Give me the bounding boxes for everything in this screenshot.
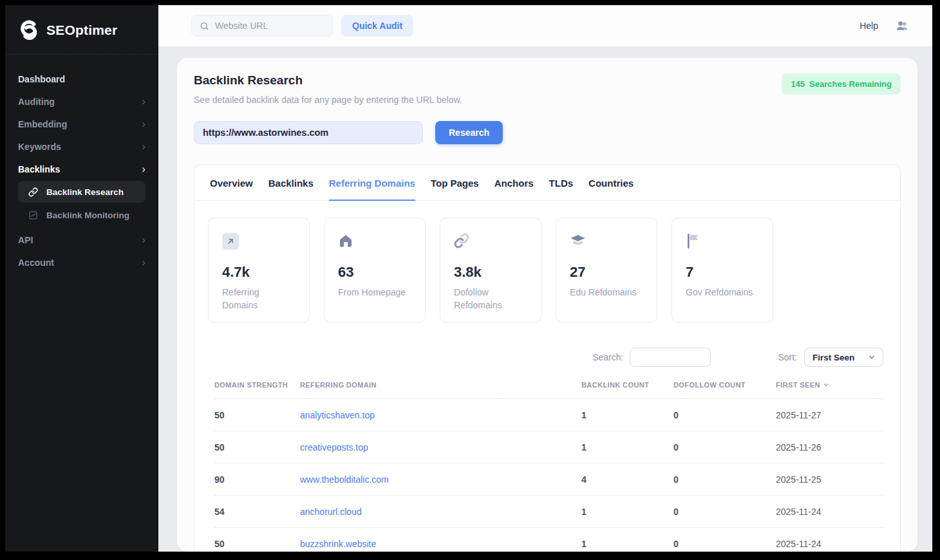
research-button[interactable]: Research bbox=[435, 121, 503, 144]
search-icon bbox=[200, 21, 209, 31]
chart-icon bbox=[28, 210, 38, 220]
chevron-right-icon: › bbox=[142, 163, 146, 174]
main-area: Quick Audit Help Backlink Rese bbox=[158, 5, 932, 552]
referring-domain-link[interactable]: anchorurl.cloud bbox=[300, 507, 362, 517]
help-link[interactable]: Help bbox=[860, 21, 878, 31]
tab-anchors[interactable]: Anchors bbox=[494, 165, 534, 200]
research-url-input[interactable] bbox=[194, 121, 423, 144]
users-icon[interactable] bbox=[895, 20, 909, 32]
table-row: 90 www.thebolditalic.com 4 0 2025-11-25 bbox=[214, 463, 884, 496]
sidebar-item-keywords[interactable]: Keywords › bbox=[5, 135, 158, 158]
col-dofollow-count: DOFOLLOW COUNT bbox=[673, 381, 776, 389]
stat-card-dofollow: 3.8k Dofollow Refdomains bbox=[440, 218, 541, 322]
dofollow-count-cell: 0 bbox=[673, 539, 776, 549]
sidebar-nav: Dashboard Auditing › Embedding › Keyword… bbox=[5, 55, 158, 274]
link-icon bbox=[454, 233, 469, 248]
sidebar-item-label: Auditing bbox=[18, 97, 55, 107]
tab-bar: Overview Backlinks Referring Domains Top… bbox=[194, 165, 900, 201]
table-row: 50 buzzshrink.website 1 0 2025-11-24 bbox=[214, 528, 884, 552]
tab-backlinks[interactable]: Backlinks bbox=[268, 165, 314, 200]
dofollow-count-cell: 0 bbox=[673, 474, 776, 485]
stat-cards: 4.7k Referring Domains 63 From Homepage bbox=[208, 218, 887, 322]
tab-top-pages[interactable]: Top Pages bbox=[431, 165, 479, 200]
sidebar-item-label: API bbox=[18, 235, 33, 245]
tab-countries[interactable]: Countries bbox=[588, 165, 634, 200]
tab-tlds[interactable]: TLDs bbox=[549, 165, 574, 200]
referring-domains-table: DOMAIN STRENGTH REFERRING DOMAIN BACKLIN… bbox=[214, 381, 884, 552]
referring-domain-link[interactable]: www.thebolditalic.com bbox=[300, 474, 389, 485]
table-search-input[interactable] bbox=[630, 348, 711, 367]
topbar-right: Help bbox=[860, 20, 919, 32]
backlink-count-cell: 1 bbox=[581, 507, 673, 517]
table-header-row: DOMAIN STRENGTH REFERRING DOMAIN BACKLIN… bbox=[214, 381, 884, 399]
stat-label: From Homepage bbox=[338, 286, 409, 299]
website-url-search[interactable] bbox=[191, 15, 333, 37]
sidebar-item-api[interactable]: API › bbox=[5, 229, 158, 251]
referring-domain-link[interactable]: analyticshaven.top bbox=[300, 410, 375, 420]
sort-group: Sort: First Seen bbox=[778, 348, 883, 367]
table-controls: Search: Sort: First Seen bbox=[194, 348, 883, 367]
domain-strength-cell: 50 bbox=[214, 539, 300, 549]
tab-referring-domains[interactable]: Referring Domains bbox=[329, 165, 415, 200]
table-row: 50 creativeposts.top 1 0 2025-11-26 bbox=[214, 431, 884, 463]
sidebar-item-label: Account bbox=[18, 257, 54, 268]
stat-card-referring-domains: 4.7k Referring Domains bbox=[208, 218, 310, 322]
col-referring-domain: REFERRING DOMAIN bbox=[300, 381, 581, 389]
sidebar-item-label: Backlink Monitoring bbox=[46, 210, 129, 220]
col-first-seen[interactable]: FIRST SEEN bbox=[776, 381, 884, 389]
stat-label: Gov Refdomains bbox=[686, 286, 757, 299]
home-icon bbox=[338, 233, 353, 248]
sort-select[interactable]: First Seen bbox=[804, 348, 883, 367]
domain-strength-cell: 90 bbox=[214, 474, 300, 485]
chevron-right-icon: › bbox=[142, 96, 146, 107]
sidebar-item-auditing[interactable]: Auditing › bbox=[5, 90, 158, 113]
first-seen-cell: 2025-11-27 bbox=[776, 410, 884, 420]
referring-domain-link[interactable]: buzzshrink.website bbox=[300, 539, 376, 549]
chevron-right-icon: › bbox=[142, 257, 146, 268]
page-subtitle: See detailed backlink data for any page … bbox=[194, 95, 462, 105]
url-research-row: Research bbox=[194, 121, 901, 144]
first-seen-cell: 2025-11-24 bbox=[776, 539, 884, 549]
referring-domain-link[interactable]: creativeposts.top bbox=[300, 442, 368, 453]
searches-remaining-label: Searches Remaining bbox=[809, 79, 892, 89]
sidebar-item-label: Dashboard bbox=[18, 74, 65, 84]
topbar: Quick Audit Help bbox=[158, 5, 932, 46]
sidebar-item-backlink-research[interactable]: Backlink Research bbox=[18, 181, 146, 203]
chevron-right-icon: › bbox=[142, 118, 146, 129]
stat-card-edu: 27 Edu Refdomains bbox=[556, 218, 657, 322]
sidebar-item-label: Backlinks bbox=[18, 164, 60, 174]
quick-audit-button[interactable]: Quick Audit bbox=[341, 15, 413, 37]
stat-label: Edu Refdomains bbox=[570, 286, 641, 299]
sidebar-item-backlink-monitoring[interactable]: Backlink Monitoring bbox=[5, 204, 158, 226]
brand-logo[interactable]: SEOptimer bbox=[5, 14, 158, 54]
sort-selected-value: First Seen bbox=[813, 353, 854, 362]
table-row: 54 anchorurl.cloud 1 0 2025-11-24 bbox=[214, 496, 884, 528]
sidebar: SEOptimer Dashboard Auditing › Embedding… bbox=[5, 5, 158, 552]
sidebar-item-account[interactable]: Account › bbox=[5, 251, 158, 274]
brand-name: SEOptimer bbox=[46, 23, 117, 38]
page-card: Backlink Research See detailed backlink … bbox=[177, 58, 917, 552]
first-seen-cell: 2025-11-26 bbox=[776, 442, 884, 453]
sidebar-item-backlinks[interactable]: Backlinks › bbox=[5, 158, 158, 180]
chevron-down-icon bbox=[868, 353, 876, 361]
domain-strength-cell: 54 bbox=[214, 507, 300, 517]
stat-card-from-homepage: 63 From Homepage bbox=[324, 218, 426, 322]
table-row: 50 analyticshaven.top 1 0 2025-11-27 bbox=[214, 399, 884, 431]
searches-remaining-count: 145 bbox=[791, 79, 805, 89]
flag-icon bbox=[686, 233, 700, 249]
dofollow-count-cell: 0 bbox=[673, 442, 776, 453]
website-url-input[interactable] bbox=[215, 21, 324, 31]
sidebar-item-embedding[interactable]: Embedding › bbox=[5, 113, 158, 135]
page-header: Backlink Research See detailed backlink … bbox=[194, 73, 901, 105]
app-window: SEOptimer Dashboard Auditing › Embedding… bbox=[5, 5, 932, 552]
sidebar-item-dashboard[interactable]: Dashboard bbox=[5, 68, 158, 90]
backlink-count-cell: 1 bbox=[581, 410, 673, 420]
backlink-count-cell: 1 bbox=[581, 539, 673, 549]
graduation-cap-icon bbox=[570, 233, 586, 248]
sidebar-item-label: Backlink Research bbox=[46, 187, 124, 197]
searches-remaining-badge: 145 Searches Remaining bbox=[782, 73, 901, 95]
first-seen-cell: 2025-11-24 bbox=[776, 507, 884, 517]
tab-overview[interactable]: Overview bbox=[210, 165, 253, 200]
stat-value: 27 bbox=[570, 264, 643, 281]
backlink-count-cell: 4 bbox=[581, 474, 673, 485]
